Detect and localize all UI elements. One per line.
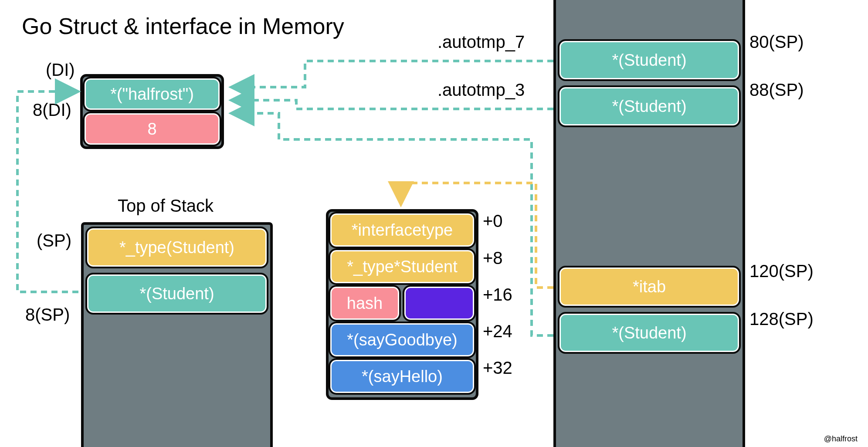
di-cell-8: 8 [83, 112, 221, 146]
sp128-label: 128(SP) [749, 309, 814, 329]
di-box-container: *("halfrost") 8 [80, 74, 224, 149]
autotmp3-label: .autotmp_3 [437, 80, 525, 100]
itab-offset-16: +16 [483, 285, 512, 305]
di-label-bottom: 8(DI) [33, 100, 71, 120]
left-stack-column: *_type(Student) *(Student) [81, 222, 273, 447]
autotmp7-label: .autotmp_7 [437, 32, 525, 52]
itab-offset-8: +8 [483, 248, 503, 268]
itab-type-student: *_type*Student [329, 248, 476, 285]
right-cell-120: *itab [558, 266, 741, 308]
arrow-autotmp3-to-halfrost [231, 100, 553, 109]
itab-offset-32: +32 [483, 358, 512, 378]
stack-8sp-label: 8(SP) [25, 305, 70, 325]
stack-cell-student-ptr: *(Student) [85, 273, 268, 315]
watermark: @halfrost [824, 434, 858, 444]
diagram-title: Go Struct & interface in Memory [22, 13, 344, 39]
itab-offset-0: +0 [483, 211, 503, 231]
sp80-label: 80(SP) [749, 32, 804, 52]
itab-offset-24: +24 [483, 322, 512, 341]
sp88-label: 88(SP) [749, 80, 804, 100]
stack-cell-type-student: *_type(Student) [85, 227, 268, 268]
itab-padding [403, 285, 476, 322]
stack-title: Top of Stack [118, 196, 214, 216]
stack-sp-label: (SP) [37, 231, 71, 251]
di-label-top: (DI) [46, 60, 75, 80]
right-cell-88: *(Student) [558, 85, 741, 127]
right-cell-80: *(Student) [558, 39, 741, 81]
di-cell-halfrost: *("halfrost") [83, 77, 221, 112]
arrow-8sp-to-halfrost [17, 91, 78, 292]
itab-hash: hash [329, 285, 401, 322]
itab-sayhello: *(sayHello) [329, 358, 476, 395]
right-cell-128: *(Student) [558, 312, 741, 354]
sp120-label: 120(SP) [749, 261, 814, 281]
itab-interfacetype: *interfacetype [329, 212, 476, 248]
itab-saygoodbye: *(sayGoodbye) [329, 322, 476, 358]
right-column: *(Student) *(Student) *itab *(Student) [553, 0, 745, 447]
itab-container: *interfacetype *_type*Student hash *(say… [326, 209, 478, 400]
